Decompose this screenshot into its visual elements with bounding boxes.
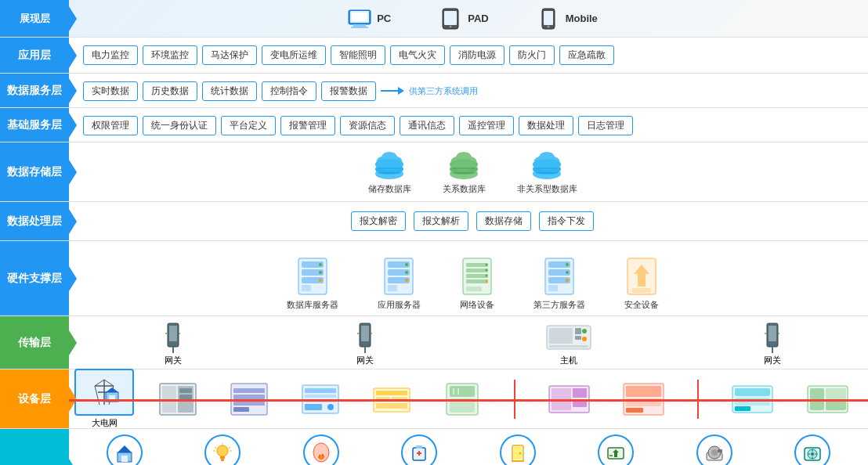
svg-rect-114 [376,391,407,395]
svg-rect-6 [444,11,457,25]
scene-icon-1 [204,434,241,465]
svg-rect-109 [305,395,336,398]
presentation-content: PC PAD [69,0,868,37]
svg-point-35 [319,279,322,282]
svg-rect-83 [769,326,776,341]
svg-point-52 [485,275,487,277]
pc-group: PC [347,8,391,30]
hw-label-1: 应用服务器 [378,299,421,311]
presentation-label: 展现层 [0,0,69,37]
hw-item-2: 网络设备 [460,257,494,311]
app-tag-8: 应急疏散 [559,45,614,65]
svg-point-34 [319,271,322,274]
app-tag-0: 电力监控 [83,45,138,65]
bs-tag-2: 平台定义 [221,116,276,135]
svg-point-142 [217,445,228,456]
hw-item-0: 数据库服务器 [287,257,338,311]
svg-rect-132 [735,388,770,396]
scene-icon-4 [500,434,536,465]
gateway-1: 网关 [353,322,377,366]
gateway-2: 网关 [761,322,784,366]
application-content: 电力监控 环境监控 马达保护 变电所运维 智能照明 电气火灾 消防电源 防火门 … [69,38,868,73]
processing-layer-row: 数据处理层 报文解密 报文解析 数据存储 指令下发 [0,202,868,241]
dev-sep-1 [697,380,699,419]
pad-icon [438,8,463,30]
ds-tag-4: 报警数据 [321,81,376,101]
svg-rect-100 [179,388,192,393]
storage-db-0: 储存数据库 [368,149,411,195]
svg-line-92 [95,386,99,405]
storage-db-2: 非关系型数据库 [517,149,577,195]
transport-layer-row: 传输层 网关 [0,316,868,369]
svg-rect-62 [548,285,558,291]
svg-rect-76 [549,328,573,344]
mobile-group: Mobile [536,8,598,30]
svg-point-79 [582,329,587,333]
svg-rect-2 [351,27,368,28]
svg-rect-54 [466,287,482,291]
pad-label: PAD [468,13,488,24]
svg-rect-77 [575,328,581,334]
svg-point-42 [405,271,408,274]
scene-icon-2 [303,434,339,465]
storage-db-label-0: 储存数据库 [368,183,411,195]
svg-rect-138 [826,401,846,410]
data-service-content: 实时数据 历史数据 统计数据 控制指令 报警数据 供第三方系统调用 [69,74,868,108]
app-tag-4: 智能照明 [331,45,385,65]
application-layer-row: 应用层 电力监控 环境监控 马达保护 变电所运维 智能照明 电气火灾 消防电源 … [0,38,868,74]
app-tag-3: 变电所运维 [262,45,326,65]
storage-layer-row: 数据存储层 储存数据库 [0,142,868,202]
ds-tag-1: 历史数据 [143,81,197,101]
svg-line-147 [229,447,231,449]
bs-tag-0: 权限管理 [83,116,138,135]
transport-content: 网关 网关 [69,316,868,371]
base-service-layer-row: 基础服务层 权限管理 统一身份认证 平台定义 报警管理 资源信态 通讯信态 遥控… [0,108,868,142]
svg-rect-141 [121,456,128,462]
device-red-line [69,399,868,402]
pc-icon [347,8,372,30]
svg-rect-4 [352,13,367,21]
device-label: 设备层 [0,369,69,428]
storage-db-1: 关系数据库 [443,149,486,195]
svg-point-61 [566,279,569,282]
proc-tag-3: 指令下发 [539,211,594,231]
gateway-label-1: 网关 [356,355,374,366]
svg-point-10 [547,25,549,27]
hw-label-0: 数据库服务器 [287,299,338,311]
svg-rect-66 [169,326,177,341]
svg-point-7 [450,25,452,27]
bs-tag-5: 通讯信态 [400,116,454,135]
presentation-layer-row: 展现层 PC [0,0,868,38]
app-tag-6: 消防电源 [450,45,505,65]
transport-label: 传输层 [0,316,69,369]
scene-item-4: 防火门 [500,434,536,465]
svg-line-90 [95,380,104,386]
ds-tag-3: 控制指令 [262,81,316,101]
svg-rect-47 [466,269,488,272]
storage-db-label-2: 非关系型数据库 [517,183,577,195]
svg-point-60 [566,271,569,274]
app-tag-5: 电气火灾 [390,45,445,65]
pad-group: PAD [438,8,488,30]
diagram-container: 展现层 PC [0,0,868,465]
ds-tag-2: 统计数据 [202,81,257,101]
svg-marker-140 [118,445,132,452]
svg-rect-36 [302,285,311,291]
svg-rect-48 [466,274,488,278]
svg-rect-49 [466,279,488,283]
scene-item-3: 消防电源 [401,434,437,465]
hardware-layer-row: 硬件支撑层 数据库服务器 [0,241,868,316]
svg-rect-46 [466,263,488,267]
bs-tag-8: 日志管理 [578,116,633,135]
storage-label: 数据存储层 [0,142,69,201]
device-layer-row: 设备层 [0,369,868,429]
scene-label: 场景/对象 [0,429,69,465]
bs-tag-4: 资源信态 [340,116,395,135]
svg-line-146 [215,447,217,449]
scene-layer-row: 场景/对象 变电所 [0,429,868,465]
svg-rect-106 [233,407,249,412]
dev-sep-0 [514,380,515,419]
svg-point-112 [327,404,334,410]
svg-rect-103 [233,388,265,393]
svg-point-80 [582,337,587,341]
